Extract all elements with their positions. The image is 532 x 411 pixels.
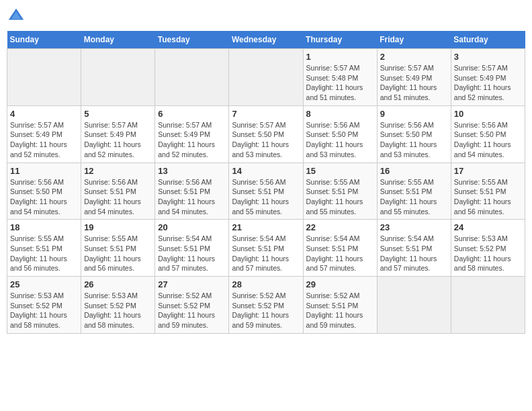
- calendar-header: SundayMondayTuesdayWednesdayThursdayFrid…: [7, 31, 525, 49]
- day-number: 14: [232, 166, 300, 176]
- day-number: 27: [158, 279, 226, 289]
- day-info: Sunrise: 5:57 AM Sunset: 5:50 PM Dayligh…: [232, 120, 300, 160]
- calendar-cell: 19Sunrise: 5:55 AM Sunset: 5:51 PM Dayli…: [81, 220, 155, 277]
- day-info: Sunrise: 5:53 AM Sunset: 5:52 PM Dayligh…: [454, 234, 522, 273]
- day-number: 8: [306, 109, 374, 119]
- day-header-sunday: Sunday: [7, 31, 81, 49]
- day-info: Sunrise: 5:57 AM Sunset: 5:48 PM Dayligh…: [306, 63, 374, 103]
- calendar-cell: 14Sunrise: 5:56 AM Sunset: 5:51 PM Dayli…: [229, 163, 303, 220]
- day-info: Sunrise: 5:57 AM Sunset: 5:49 PM Dayligh…: [454, 63, 522, 103]
- day-number: 13: [158, 166, 226, 176]
- calendar-cell: 27Sunrise: 5:52 AM Sunset: 5:52 PM Dayli…: [155, 277, 229, 334]
- calendar-cell: 17Sunrise: 5:55 AM Sunset: 5:51 PM Dayli…: [451, 163, 525, 220]
- day-info: Sunrise: 5:56 AM Sunset: 5:50 PM Dayligh…: [10, 177, 78, 217]
- calendar-cell: 23Sunrise: 5:54 AM Sunset: 5:51 PM Dayli…: [377, 220, 451, 277]
- day-header-tuesday: Tuesday: [155, 31, 229, 49]
- day-number: 20: [158, 222, 226, 232]
- week-row: 11Sunrise: 5:56 AM Sunset: 5:50 PM Dayli…: [7, 163, 525, 220]
- day-info: Sunrise: 5:52 AM Sunset: 5:51 PM Dayligh…: [306, 291, 374, 330]
- day-info: Sunrise: 5:54 AM Sunset: 5:51 PM Dayligh…: [380, 234, 448, 273]
- week-row: 18Sunrise: 5:55 AM Sunset: 5:51 PM Dayli…: [7, 220, 525, 277]
- day-number: 1: [306, 52, 374, 62]
- calendar-cell: 26Sunrise: 5:53 AM Sunset: 5:52 PM Dayli…: [81, 277, 155, 334]
- day-info: Sunrise: 5:56 AM Sunset: 5:50 PM Dayligh…: [454, 120, 522, 160]
- day-number: 29: [306, 279, 374, 289]
- day-info: Sunrise: 5:56 AM Sunset: 5:50 PM Dayligh…: [306, 120, 374, 160]
- calendar-cell: 4Sunrise: 5:57 AM Sunset: 5:49 PM Daylig…: [7, 105, 81, 163]
- day-info: Sunrise: 5:56 AM Sunset: 5:51 PM Dayligh…: [158, 177, 226, 217]
- day-number: 17: [454, 166, 522, 176]
- day-info: Sunrise: 5:55 AM Sunset: 5:51 PM Dayligh…: [84, 234, 152, 273]
- day-number: 11: [10, 166, 78, 176]
- day-number: 19: [84, 222, 152, 232]
- calendar-cell: [7, 49, 81, 106]
- week-row: 25Sunrise: 5:53 AM Sunset: 5:52 PM Dayli…: [7, 277, 525, 334]
- logo-icon: [7, 7, 26, 26]
- day-header-thursday: Thursday: [303, 31, 377, 49]
- day-info: Sunrise: 5:57 AM Sunset: 5:49 PM Dayligh…: [84, 120, 152, 160]
- day-info: Sunrise: 5:57 AM Sunset: 5:49 PM Dayligh…: [380, 63, 448, 103]
- calendar-cell: 1Sunrise: 5:57 AM Sunset: 5:48 PM Daylig…: [303, 49, 377, 106]
- day-info: Sunrise: 5:56 AM Sunset: 5:51 PM Dayligh…: [232, 177, 300, 217]
- calendar-cell: 25Sunrise: 5:53 AM Sunset: 5:52 PM Dayli…: [7, 277, 81, 334]
- calendar-cell: [155, 49, 229, 106]
- day-info: Sunrise: 5:54 AM Sunset: 5:51 PM Dayligh…: [158, 234, 226, 273]
- week-row: 1Sunrise: 5:57 AM Sunset: 5:48 PM Daylig…: [7, 49, 525, 106]
- day-number: 12: [84, 166, 152, 176]
- calendar-cell: 20Sunrise: 5:54 AM Sunset: 5:51 PM Dayli…: [155, 220, 229, 277]
- day-info: Sunrise: 5:52 AM Sunset: 5:52 PM Dayligh…: [158, 291, 226, 330]
- day-number: 23: [380, 222, 448, 232]
- page-header: [7, 7, 525, 26]
- day-number: 6: [158, 109, 226, 119]
- day-header-monday: Monday: [81, 31, 155, 49]
- calendar-cell: 13Sunrise: 5:56 AM Sunset: 5:51 PM Dayli…: [155, 163, 229, 220]
- calendar-cell: [377, 277, 451, 334]
- day-info: Sunrise: 5:57 AM Sunset: 5:49 PM Dayligh…: [10, 120, 78, 160]
- calendar-body: 1Sunrise: 5:57 AM Sunset: 5:48 PM Daylig…: [7, 49, 525, 334]
- calendar-cell: 12Sunrise: 5:56 AM Sunset: 5:51 PM Dayli…: [81, 163, 155, 220]
- day-number: 25: [10, 279, 78, 289]
- day-number: 18: [10, 222, 78, 232]
- day-info: Sunrise: 5:52 AM Sunset: 5:52 PM Dayligh…: [232, 291, 300, 330]
- day-header-wednesday: Wednesday: [229, 31, 303, 49]
- day-info: Sunrise: 5:55 AM Sunset: 5:51 PM Dayligh…: [454, 177, 522, 217]
- day-number: 15: [306, 166, 374, 176]
- header-row: SundayMondayTuesdayWednesdayThursdayFrid…: [7, 31, 525, 49]
- day-info: Sunrise: 5:56 AM Sunset: 5:50 PM Dayligh…: [380, 120, 448, 160]
- day-header-friday: Friday: [377, 31, 451, 49]
- day-number: 4: [10, 109, 78, 119]
- day-info: Sunrise: 5:55 AM Sunset: 5:51 PM Dayligh…: [380, 177, 448, 217]
- calendar-cell: 28Sunrise: 5:52 AM Sunset: 5:52 PM Dayli…: [229, 277, 303, 334]
- day-number: 22: [306, 222, 374, 232]
- logo: [7, 7, 28, 26]
- calendar-cell: 9Sunrise: 5:56 AM Sunset: 5:50 PM Daylig…: [377, 105, 451, 163]
- day-info: Sunrise: 5:53 AM Sunset: 5:52 PM Dayligh…: [84, 291, 152, 330]
- day-info: Sunrise: 5:54 AM Sunset: 5:51 PM Dayligh…: [306, 234, 374, 273]
- calendar-cell: [451, 277, 525, 334]
- calendar-cell: 8Sunrise: 5:56 AM Sunset: 5:50 PM Daylig…: [303, 105, 377, 163]
- calendar-table: SundayMondayTuesdayWednesdayThursdayFrid…: [7, 31, 525, 334]
- day-number: 21: [232, 222, 300, 232]
- calendar-cell: [81, 49, 155, 106]
- day-header-saturday: Saturday: [451, 31, 525, 49]
- calendar-cell: 5Sunrise: 5:57 AM Sunset: 5:49 PM Daylig…: [81, 105, 155, 163]
- day-info: Sunrise: 5:56 AM Sunset: 5:51 PM Dayligh…: [84, 177, 152, 217]
- calendar-cell: 2Sunrise: 5:57 AM Sunset: 5:49 PM Daylig…: [377, 49, 451, 106]
- calendar-cell: 29Sunrise: 5:52 AM Sunset: 5:51 PM Dayli…: [303, 277, 377, 334]
- week-row: 4Sunrise: 5:57 AM Sunset: 5:49 PM Daylig…: [7, 105, 525, 163]
- calendar-cell: [229, 49, 303, 106]
- calendar-cell: 16Sunrise: 5:55 AM Sunset: 5:51 PM Dayli…: [377, 163, 451, 220]
- day-number: 16: [380, 166, 448, 176]
- day-info: Sunrise: 5:57 AM Sunset: 5:49 PM Dayligh…: [158, 120, 226, 160]
- calendar-cell: 11Sunrise: 5:56 AM Sunset: 5:50 PM Dayli…: [7, 163, 81, 220]
- calendar-cell: 18Sunrise: 5:55 AM Sunset: 5:51 PM Dayli…: [7, 220, 81, 277]
- day-info: Sunrise: 5:53 AM Sunset: 5:52 PM Dayligh…: [10, 291, 78, 330]
- day-number: 10: [454, 109, 522, 119]
- day-number: 3: [454, 52, 522, 62]
- day-number: 26: [84, 279, 152, 289]
- calendar-cell: 15Sunrise: 5:55 AM Sunset: 5:51 PM Dayli…: [303, 163, 377, 220]
- calendar-cell: 7Sunrise: 5:57 AM Sunset: 5:50 PM Daylig…: [229, 105, 303, 163]
- day-info: Sunrise: 5:55 AM Sunset: 5:51 PM Dayligh…: [306, 177, 374, 217]
- calendar-cell: 22Sunrise: 5:54 AM Sunset: 5:51 PM Dayli…: [303, 220, 377, 277]
- day-number: 7: [232, 109, 300, 119]
